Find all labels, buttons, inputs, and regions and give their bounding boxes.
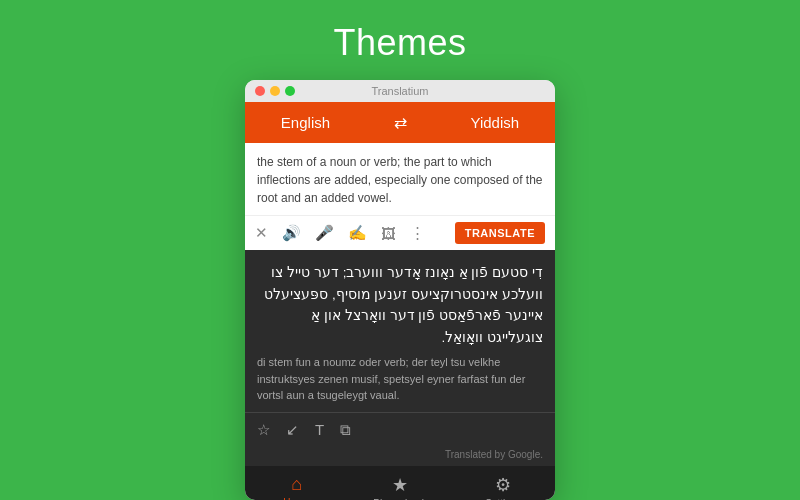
more-icon[interactable]: ⋮ [410,224,425,242]
translate-button[interactable]: TRANSLATE [455,222,545,244]
bottom-nav: ⌂ Home ★ Phrasebook ⚙ Settings [245,466,555,500]
swap-languages-icon[interactable]: ⇄ [394,113,407,132]
output-area: דִי סטעם פֿון אַ נאָונז אָדער וווערב; דע… [245,250,555,412]
nav-item-settings[interactable]: ⚙ Settings [463,474,543,500]
app-window: Translatium English ⇄ Yiddish the stem o… [245,80,555,500]
close-button[interactable] [255,86,265,96]
handwriting-icon[interactable]: ✍ [348,224,367,242]
minimize-button[interactable] [270,86,280,96]
title-bar: Translatium [245,80,555,102]
font-size-icon[interactable]: T [315,421,324,438]
output-transliteration: di stem fun a noumz oder verb; der teyl … [257,354,543,404]
microphone-icon[interactable]: 🎤 [315,224,334,242]
output-toolbar: ☆ ↙ T ⧉ [245,412,555,447]
attribution: Translated by Google. [245,447,555,466]
input-toolbar: ✕ 🔊 🎤 ✍ 🖼 ⋮ TRANSLATE [245,215,555,250]
copy-icon[interactable]: ⧉ [340,421,351,439]
source-language-button[interactable]: English [273,112,338,133]
phrasebook-icon: ★ [392,474,408,496]
input-text-area[interactable]: the stem of a noun or verb; the part to … [245,143,555,215]
settings-icon: ⚙ [495,474,511,496]
output-main-text: דִי סטעם פֿון אַ נאָונז אָדער וווערב; דע… [257,262,543,348]
page-title: Themes [333,22,466,64]
image-icon[interactable]: 🖼 [381,225,396,242]
nav-item-home[interactable]: ⌂ Home [257,474,337,500]
nav-item-phrasebook[interactable]: ★ Phrasebook [360,474,440,500]
star-icon[interactable]: ☆ [257,421,270,439]
target-language-button[interactable]: Yiddish [463,112,528,133]
app-title: Translatium [371,85,428,97]
traffic-lights [255,86,295,96]
maximize-button[interactable] [285,86,295,96]
share-icon[interactable]: ↙ [286,421,299,439]
speaker-icon[interactable]: 🔊 [282,224,301,242]
clear-icon[interactable]: ✕ [255,224,268,242]
language-bar: English ⇄ Yiddish [245,102,555,143]
home-icon: ⌂ [291,474,302,495]
